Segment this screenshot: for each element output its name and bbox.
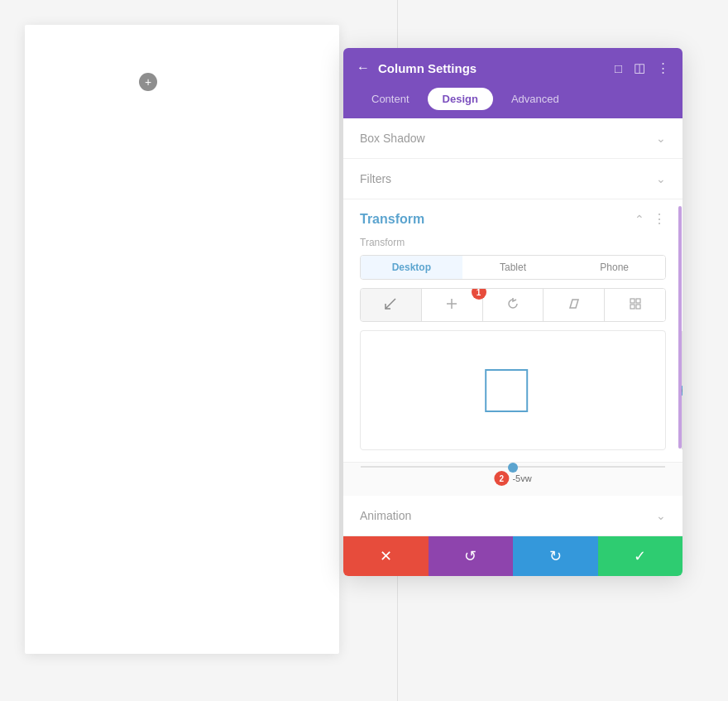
box-shadow-chevron: ⌄ (656, 132, 666, 145)
transform-section: Transform ⌃ ⋮ Transform Desktop Tablet P… (343, 199, 682, 463)
svg-rect-5 (630, 305, 635, 309)
undo-button[interactable]: ↺ (429, 536, 514, 576)
fullscreen-icon[interactable]: □ (615, 61, 622, 75)
page-mock (25, 25, 339, 654)
transform-preview-box (485, 369, 528, 412)
tab-advanced[interactable]: Advanced (496, 88, 574, 110)
transform-visual[interactable]: 0px 3 2 -5vw (360, 330, 666, 450)
column-settings-panel: ← Column Settings □ ◫ ⋮ Content Design A… (343, 48, 682, 576)
panel-scrollbar (678, 96, 682, 536)
transform-tool-move[interactable] (361, 289, 422, 321)
header-right: □ ◫ ⋮ (615, 60, 669, 75)
svg-rect-3 (630, 299, 635, 303)
svg-line-0 (386, 299, 395, 309)
transform-title: Transform (360, 212, 424, 227)
badge-2: 2 (494, 471, 509, 486)
transform-header-right: ⌃ ⋮ (635, 211, 666, 227)
more-icon[interactable]: ⋮ (657, 60, 669, 75)
transform-tool-scale[interactable]: 1 (422, 289, 483, 321)
panel-title: Column Settings (378, 61, 477, 75)
device-tab-tablet[interactable]: Tablet (462, 256, 564, 279)
transform-collapse-button[interactable]: ⌃ (635, 213, 644, 226)
animation-row[interactable]: Animation ⌄ (343, 496, 682, 536)
redo-button[interactable]: ↻ (513, 536, 598, 576)
filters-row[interactable]: Filters ⌄ (343, 159, 682, 199)
tab-bar: Content Design Advanced (343, 88, 682, 118)
device-tab-desktop[interactable]: Desktop (361, 256, 462, 279)
plus-icon: + (145, 75, 151, 89)
tab-content[interactable]: Content (357, 88, 424, 110)
tab-design[interactable]: Design (428, 88, 493, 110)
transform-tool-skew[interactable] (544, 289, 605, 321)
filters-chevron: ⌄ (656, 172, 666, 185)
box-shadow-label: Box Shadow (360, 132, 425, 145)
animation-label: Animation (360, 509, 411, 522)
transform-tool-bar: 1 (360, 288, 666, 322)
box-shadow-row[interactable]: Box Shadow ⌄ (343, 118, 682, 159)
columns-icon[interactable]: ◫ (634, 60, 645, 75)
back-button[interactable]: ← (357, 60, 370, 75)
svg-rect-4 (636, 299, 640, 303)
transform-tool-origin[interactable] (605, 289, 665, 321)
animation-chevron: ⌄ (656, 509, 666, 522)
cancel-button[interactable]: ✕ (343, 536, 429, 576)
save-button[interactable]: ✓ (598, 536, 683, 576)
horizontal-slider-value: 2 -5vw (494, 471, 531, 486)
panel-body: Box Shadow ⌄ Filters ⌄ Transform ⌃ ⋮ Tra… (343, 118, 682, 536)
transform-sub-label: Transform (343, 235, 682, 255)
transform-header: Transform ⌃ ⋮ (343, 199, 682, 235)
filters-label: Filters (360, 172, 391, 185)
device-tab-phone[interactable]: Phone (563, 256, 665, 279)
panel-footer: ✕ ↺ ↻ ✓ (343, 536, 682, 576)
panel-header: ← Column Settings □ ◫ ⋮ (343, 48, 682, 88)
svg-rect-6 (636, 305, 640, 309)
add-section-button[interactable]: + (139, 73, 157, 91)
transform-tool-rotate[interactable] (483, 289, 544, 321)
header-left: ← Column Settings (357, 60, 477, 75)
scrollbar-thumb[interactable] (678, 206, 682, 449)
device-tab-bar: Desktop Tablet Phone (360, 255, 666, 280)
transform-menu-button[interactable]: ⋮ (653, 211, 666, 227)
